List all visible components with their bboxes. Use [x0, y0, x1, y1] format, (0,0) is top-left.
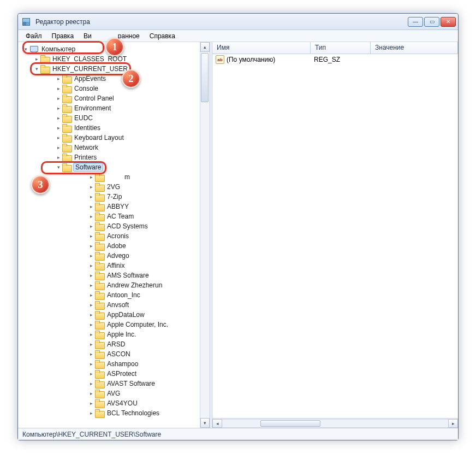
tree-node[interactable]: ▸ m: [88, 172, 209, 182]
expander-icon[interactable]: ▸: [88, 223, 94, 230]
tree-node[interactable]: ▸Acronis: [88, 231, 209, 241]
expander-icon[interactable]: ▸: [55, 95, 62, 102]
scroll-track[interactable]: [200, 52, 210, 418]
tree-node[interactable]: ▸AVAST Software: [88, 379, 209, 389]
tree-node[interactable]: ▸Identities: [55, 123, 209, 133]
expander-icon[interactable]: ▸: [88, 410, 94, 416]
menu-view-partial-left[interactable]: Ви: [79, 31, 96, 41]
expander-icon[interactable]: ▸: [88, 400, 94, 407]
expander-icon[interactable]: ▸: [88, 341, 94, 348]
tree-node[interactable]: ▸Ashampoo: [88, 359, 209, 369]
tree-node[interactable]: ▸Network: [55, 143, 209, 152]
tree-node[interactable]: ▸Antoon_Inc: [88, 290, 209, 300]
tree-node[interactable]: ▸AMS Software: [88, 270, 209, 280]
tree-node[interactable]: ▸ARSD: [88, 339, 209, 349]
scroll-thumb[interactable]: [260, 420, 320, 427]
tree-node[interactable]: ▸AC Team: [88, 211, 209, 221]
expander-icon[interactable]: ▸: [88, 380, 94, 387]
column-value[interactable]: Значение: [371, 42, 458, 54]
values-horizontal-scrollbar[interactable]: ◂ ▸: [212, 418, 458, 428]
expander-icon[interactable]: ▸: [55, 144, 62, 151]
scroll-up-button[interactable]: ▴: [200, 42, 210, 52]
expander-icon[interactable]: ▸: [55, 85, 62, 92]
expander-icon[interactable]: ▸: [88, 302, 94, 308]
tree-node[interactable]: ▸ABBYY: [88, 202, 209, 211]
tree-node[interactable]: ▸ASProtect: [88, 369, 209, 379]
tree-vertical-scrollbar[interactable]: ▴ ▾: [200, 42, 210, 428]
minimize-button[interactable]: —: [408, 17, 423, 27]
tree-node[interactable]: ▸Apple Computer, Inc.: [88, 320, 209, 330]
expander-icon[interactable]: ▸: [88, 321, 94, 328]
values-list[interactable]: ab (По умолчанию) REG_SZ: [212, 54, 458, 418]
expander-icon[interactable]: ▸: [55, 125, 62, 131]
expander-icon[interactable]: ▸: [55, 115, 62, 121]
expander-icon[interactable]: ▸: [55, 105, 62, 111]
tree-node[interactable]: ▸ACD Systems: [88, 221, 209, 231]
expander-icon[interactable]: ▾: [33, 66, 40, 72]
column-type[interactable]: Тип: [311, 42, 371, 54]
tree-pane[interactable]: ▾ Компьютер ▸ HKEY_CLASSES_ROOT: [18, 42, 210, 428]
expander-icon[interactable]: ▸: [88, 243, 94, 249]
tree-node[interactable]: ▸ASCON: [88, 349, 209, 359]
tree-node[interactable]: ▸AVS4YOU: [88, 398, 209, 408]
tree-node[interactable]: ▸AVG: [88, 389, 209, 398]
tree-node[interactable]: ▸Andrew Zhezherun: [88, 280, 209, 290]
scroll-left-button[interactable]: ◂: [212, 419, 222, 428]
maximize-button[interactable]: ▭: [424, 17, 439, 27]
tree-node[interactable]: ▸7-Zip: [88, 192, 209, 202]
tree-node-hkcu[interactable]: ▾ HKEY_CURRENT_USER: [33, 64, 209, 74]
expander-icon[interactable]: ▸: [88, 252, 94, 259]
expander-icon[interactable]: ▸: [88, 282, 94, 289]
tree-node[interactable]: ▸Keyboard Layout: [55, 133, 209, 143]
tree-node[interactable]: ▸Control Panel: [55, 93, 209, 103]
expander-icon[interactable]: ▸: [88, 233, 94, 239]
tree-node[interactable]: ▸BCL Technologies: [88, 408, 209, 418]
expander-icon[interactable]: ▸: [88, 351, 94, 357]
tree-node[interactable]: ▸2VG: [88, 182, 209, 192]
titlebar[interactable]: Редактор реестра — ▭ ✕: [18, 14, 458, 30]
expander-icon[interactable]: ▸: [88, 193, 94, 200]
expander-icon[interactable]: ▸: [88, 292, 94, 298]
expander-icon[interactable]: ▸: [88, 370, 94, 377]
tree-node-software[interactable]: ▾ Software: [55, 162, 209, 172]
tree-node[interactable]: ▸Adobe: [88, 241, 209, 251]
expander-icon[interactable]: ▸: [88, 184, 94, 190]
scroll-down-button[interactable]: ▾: [200, 418, 210, 428]
expander-icon[interactable]: ▸: [55, 134, 62, 141]
expander-icon[interactable]: ▸: [88, 311, 94, 318]
tree-node[interactable]: ▸Affinix: [88, 261, 209, 270]
value-row[interactable]: ab (По умолчанию) REG_SZ: [212, 54, 458, 65]
expander-icon[interactable]: ▸: [33, 56, 40, 62]
expander-icon[interactable]: ▸: [88, 272, 94, 279]
tree-node[interactable]: ▸Environment: [55, 103, 209, 113]
expander-icon[interactable]: ▸: [88, 361, 94, 367]
tree-node[interactable]: ▸Printers: [55, 152, 209, 162]
expander-icon[interactable]: ▸: [88, 174, 94, 180]
scroll-right-button[interactable]: ▸: [448, 419, 458, 428]
tree-node-hkcr[interactable]: ▸ HKEY_CLASSES_ROOT: [33, 54, 209, 64]
expander-icon[interactable]: ▸: [88, 203, 94, 210]
menu-edit[interactable]: Правка: [47, 31, 79, 41]
expander-icon[interactable]: ▸: [88, 213, 94, 220]
scroll-thumb[interactable]: [201, 53, 209, 102]
menu-help[interactable]: Справка: [145, 31, 180, 41]
column-name[interactable]: Имя: [212, 42, 311, 54]
tree-node[interactable]: ▸Apple Inc.: [88, 330, 209, 339]
expander-icon[interactable]: ▾: [55, 164, 62, 170]
expander-icon[interactable]: ▸: [88, 262, 94, 269]
tree-node-computer[interactable]: ▾ Компьютер: [22, 44, 209, 54]
tree-node[interactable]: ▸Advego: [88, 251, 209, 261]
expander-icon[interactable]: ▸: [88, 390, 94, 397]
menu-fav-partial-right[interactable]: ранное: [114, 31, 144, 41]
menu-file[interactable]: Файл: [21, 31, 46, 41]
tree-node[interactable]: ▸Console: [55, 84, 209, 93]
expander-icon[interactable]: ▾: [22, 46, 29, 52]
scroll-track[interactable]: [222, 419, 448, 428]
expander-icon[interactable]: ▸: [88, 331, 94, 338]
tree-node[interactable]: ▸AppDataLow: [88, 310, 209, 320]
tree-node[interactable]: ▸AppEvents: [55, 74, 209, 84]
expander-icon[interactable]: ▸: [55, 75, 62, 82]
tree-node[interactable]: ▸EUDC: [55, 113, 209, 123]
tree-node[interactable]: ▸Anvsoft: [88, 300, 209, 310]
close-button[interactable]: ✕: [441, 17, 456, 27]
